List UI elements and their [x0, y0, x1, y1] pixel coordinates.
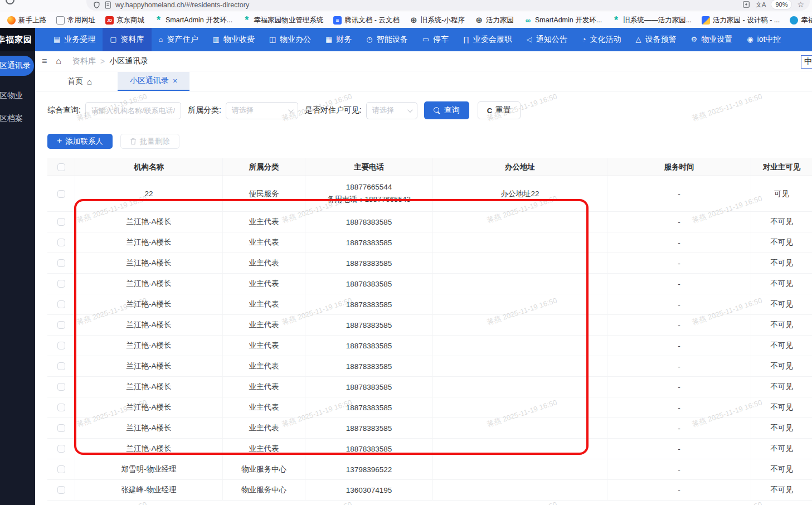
bookmark-item[interactable]: 幸福家园-Bug -: [786, 14, 812, 26]
app-logo[interactable]: 幸福家园: [0, 28, 35, 51]
top-nav-item[interactable]: ◔ 文化活动: [575, 28, 629, 51]
top-nav-label: 物业设置: [701, 35, 732, 45]
row-checkbox[interactable]: [57, 239, 65, 246]
primary-phone: 18878383585: [346, 424, 392, 433]
top-nav-item[interactable]: △ 设备预警: [629, 28, 684, 51]
cell-category: 业主代表: [223, 294, 305, 314]
row-checkbox[interactable]: [57, 424, 65, 432]
tab-home[interactable]: 首页 ⌂: [57, 72, 102, 91]
select-all-cell: [47, 158, 75, 176]
add-contact-button[interactable]: + 添加联系人: [47, 134, 113, 149]
bookmark-item[interactable]: 活力家园 - 设计稿 - ...: [698, 14, 784, 26]
query-input[interactable]: [85, 102, 181, 119]
batch-delete-button[interactable]: 批量删除: [120, 134, 179, 149]
bookmark-item[interactable]: ⊕ 旧系统-小程序: [406, 14, 469, 26]
row-checkbox[interactable]: [57, 445, 65, 453]
bookmark-star-icon[interactable]: ☆: [797, 0, 804, 9]
tab-residents-directory[interactable]: 小区通讯录 ×: [118, 72, 189, 91]
save-page-icon[interactable]: [742, 1, 750, 8]
collapse-menu-icon[interactable]: ≡: [42, 56, 47, 66]
translate-icon[interactable]: 文A: [756, 1, 766, 9]
sidebar-item[interactable]: 区档案: [0, 108, 35, 130]
breadcrumb-parent[interactable]: 资料库: [72, 56, 96, 66]
row-checkbox[interactable]: [57, 218, 65, 226]
table-row: 兰江艳-A楼长 业主代表 18878383585 - 不可见: [47, 253, 812, 274]
url-text[interactable]: wy.happyhomeland.ch/#/residents-director…: [115, 1, 742, 9]
top-nav-item[interactable]: ⌂ 资产住户: [152, 28, 206, 51]
select-all-checkbox[interactable]: [57, 163, 65, 171]
cell-service-time: -: [607, 336, 751, 356]
bookmark-item[interactable]: 常用网址: [52, 14, 99, 26]
monitor-icon: ◫: [269, 35, 276, 43]
top-nav-item[interactable]: ▦ 财务: [318, 28, 359, 51]
table-row: 兰江艳-A楼长 业主代表 18878383585 - 不可见: [47, 356, 812, 377]
cell-category: 业主代表: [223, 356, 305, 376]
bookmark-item[interactable]: * SmartAdmin 开发环...: [150, 14, 236, 26]
row-checkbox[interactable]: [57, 259, 65, 267]
row-checkbox[interactable]: [57, 383, 65, 391]
contacts-table: 机构名称 所属分类 主要电话 办公地址 服务时间 对业主可见 22 便民服务 1…: [47, 158, 812, 505]
sidebar-item[interactable]: 区通讯录: [0, 55, 35, 77]
cell-service-time: -: [607, 253, 751, 273]
bm-globe-icon: ⊕: [475, 16, 483, 25]
cell-phone: 18878383585: [305, 397, 433, 417]
primary-phone: 13603074195: [346, 486, 392, 494]
top-nav-item[interactable]: ▥ 物业收费: [205, 28, 261, 51]
top-nav-item[interactable]: ⚙ 物业设置: [684, 28, 740, 51]
row-checkbox[interactable]: [57, 486, 65, 494]
category-select[interactable]: 请选择: [226, 102, 298, 119]
row-checkbox[interactable]: [57, 342, 65, 349]
bookmark-item[interactable]: ∞ SmartAdmin 开发环...: [520, 14, 606, 26]
row-checkbox[interactable]: [57, 300, 65, 308]
cell-phone: 18878383585: [305, 336, 433, 356]
visible-select[interactable]: 请选择: [366, 102, 417, 119]
row-checkbox[interactable]: [57, 280, 65, 288]
cell-address: [433, 336, 607, 356]
top-nav-item[interactable]: ◫ 物业办公: [262, 28, 318, 51]
url-bar[interactable]: wy.happyhomeland.ch/#/residents-director…: [86, 0, 810, 11]
reload-icon[interactable]: [6, 0, 14, 4]
home-icon[interactable]: ⌂: [56, 56, 61, 66]
column-header: 主要电话: [305, 158, 433, 176]
bookmark-item[interactable]: 新手上路: [3, 14, 50, 26]
cell-phone: 13603074195: [305, 480, 433, 500]
cell-service-time: -: [607, 439, 751, 459]
row-checkbox[interactable]: [57, 404, 65, 411]
table-row: 兰江艳-A楼长 业主代表 18878383585 - 不可见: [47, 315, 812, 336]
cell-address: [433, 459, 607, 479]
reset-button[interactable]: C 重置: [478, 101, 521, 119]
bookmark-item[interactable]: * 幸福家园物业管理系统: [239, 14, 327, 26]
row-checkbox[interactable]: [57, 321, 65, 329]
bookmark-item[interactable]: * 旧系统——活力家园...: [608, 14, 696, 26]
cell-address: [433, 315, 607, 335]
top-nav-label: 文化活动: [590, 35, 621, 45]
top-nav-item[interactable]: ◷ 智能设备: [359, 28, 415, 51]
bookmark-item[interactable]: ≡ 腾讯文档 - 云文档: [329, 14, 403, 26]
tab-home-label: 首页: [67, 76, 83, 86]
shield-icon[interactable]: [93, 1, 100, 9]
bookmark-label: SmartAdmin 开发环...: [535, 16, 602, 25]
row-checkbox[interactable]: [57, 190, 65, 198]
search-button[interactable]: 查询: [424, 101, 469, 119]
bookmark-item[interactable]: JD 京东商城: [101, 14, 148, 26]
cell-visible: 不可见: [751, 336, 812, 356]
zoom-level-badge[interactable]: 90%: [771, 0, 791, 9]
top-nav-item[interactable]: ▭ 停车: [415, 28, 456, 51]
top-nav-item[interactable]: ▤ 业务受理: [46, 28, 103, 51]
top-nav-item[interactable]: ◁ 通知公告: [519, 28, 575, 51]
cell-service-time: -: [607, 418, 751, 438]
top-nav-item[interactable]: ▢ 资料库: [103, 28, 151, 51]
close-icon[interactable]: ×: [173, 76, 177, 85]
sidebar-item[interactable]: 区物业: [0, 85, 35, 107]
smartadmin-wave-icon: ∞: [524, 16, 532, 25]
row-checkbox[interactable]: [57, 362, 65, 370]
page-info-icon[interactable]: [105, 1, 111, 9]
language-switch[interactable]: 中: [801, 55, 812, 69]
top-nav-item[interactable]: ∏ 业委会履职: [456, 28, 519, 51]
cell-address: [433, 212, 607, 232]
row-checkbox[interactable]: [57, 465, 65, 473]
bookmark-label: 幸福家园物业管理系统: [254, 16, 323, 25]
bm-globe-icon: ⊕: [410, 16, 418, 25]
top-nav-item[interactable]: ◉ iot中控: [740, 28, 788, 51]
bookmark-item[interactable]: ⊕ 活力家园: [471, 14, 518, 26]
